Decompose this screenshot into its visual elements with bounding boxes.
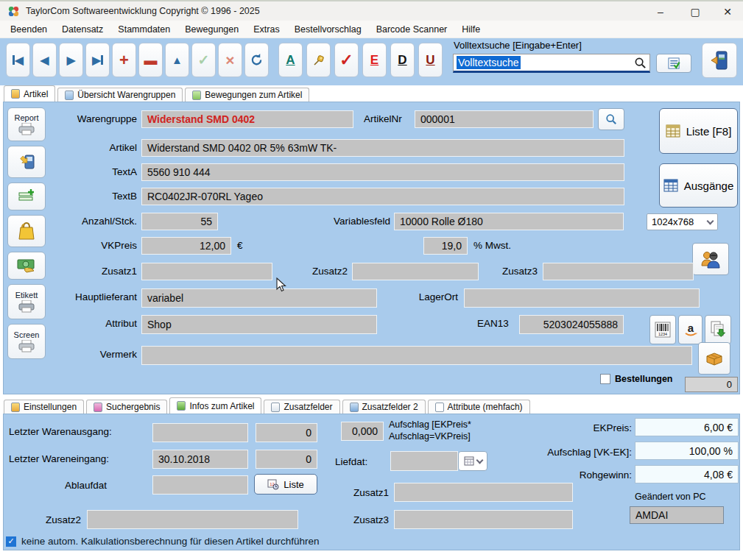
tab-suchergebnis[interactable]: Suchergebnis bbox=[86, 400, 167, 414]
minimize-button[interactable]: – bbox=[644, 3, 677, 21]
shopping-bag-icon bbox=[16, 221, 37, 241]
font-a-button[interactable]: A bbox=[278, 43, 303, 77]
app-window: TaylorCom Softwareentwicklung Copyright … bbox=[0, 0, 743, 560]
anzahl-field[interactable]: 55 bbox=[141, 213, 218, 230]
menu-beenden[interactable]: Beenden bbox=[3, 21, 54, 38]
package-button[interactable] bbox=[698, 342, 730, 375]
tab-uebersicht-warengruppen[interactable]: Übersicht Warengruppen bbox=[57, 88, 183, 102]
article-search-button[interactable] bbox=[598, 108, 624, 130]
font-e-button[interactable]: E bbox=[362, 43, 387, 77]
resolution-select[interactable]: 1024x768 bbox=[647, 213, 718, 230]
font-d-button[interactable]: D bbox=[390, 43, 415, 77]
nav-last-button[interactable]: ▶ bbox=[85, 43, 110, 77]
warenausgang-count-field[interactable]: 0 bbox=[256, 423, 317, 442]
ean13-value: 5203024055888 bbox=[543, 319, 618, 330]
menu-barcode-scanner[interactable]: Barcode Scanner bbox=[369, 21, 455, 38]
tab-attribute-mehrfach[interactable]: Attribute (mehfach) bbox=[428, 400, 530, 414]
liefdat-field[interactable] bbox=[390, 451, 458, 471]
report-button[interactable]: Report bbox=[7, 107, 46, 141]
exit-button[interactable] bbox=[702, 43, 737, 78]
warengruppe-field[interactable]: Widerstand SMD 0402 bbox=[141, 110, 353, 128]
liste-f8-button[interactable]: Liste [F8] bbox=[659, 108, 738, 154]
confirm-red-button[interactable]: ✓ bbox=[334, 43, 359, 77]
ablaufdat-liste-button[interactable]: 12 Liste bbox=[254, 474, 317, 495]
ablaufdat-field[interactable] bbox=[152, 475, 248, 495]
tab-bewegungen-zum-artikel[interactable]: Bewegungen zum Artikel bbox=[185, 88, 309, 102]
close-button[interactable]: ✕ bbox=[711, 3, 743, 21]
edit-record-button[interactable]: ▲ bbox=[165, 43, 189, 77]
maximize-button[interactable]: ▢ bbox=[679, 3, 711, 21]
screen-print-button[interactable]: Screen bbox=[7, 324, 46, 359]
menu-hilfe[interactable]: Hilfe bbox=[454, 21, 487, 38]
delete-record-button[interactable]: ▬ bbox=[138, 43, 163, 77]
refresh-icon bbox=[250, 53, 264, 67]
font-u-button[interactable]: U bbox=[418, 43, 443, 77]
fulltext-search-input[interactable]: Volltextsuche bbox=[453, 54, 650, 73]
lagerort-field[interactable] bbox=[464, 288, 700, 308]
bottom-zusatz3-field[interactable] bbox=[394, 510, 573, 529]
nav-next-button[interactable]: ▶ bbox=[59, 43, 83, 77]
nav-prev-button[interactable]: ◀ bbox=[32, 43, 57, 77]
menu-datensatz[interactable]: Datensatz bbox=[54, 21, 110, 38]
tab-zusatzfelder2-label: Zusatzfelder 2 bbox=[362, 402, 418, 412]
menu-extras[interactable]: Extras bbox=[246, 21, 286, 38]
add-list-button[interactable] bbox=[7, 182, 46, 210]
menu-stammdaten[interactable]: Stammdaten bbox=[110, 21, 177, 38]
vermerk-field[interactable] bbox=[141, 346, 692, 365]
artikelnr-field[interactable]: 000001 bbox=[415, 110, 594, 128]
ausgaenge-label: Ausgänge bbox=[684, 180, 734, 192]
bottom-zusatz2-field[interactable] bbox=[87, 510, 298, 529]
mwst-field[interactable]: 19,0 bbox=[423, 237, 468, 255]
warenausgang-date-field[interactable] bbox=[152, 423, 248, 442]
shopping-bag-button[interactable] bbox=[7, 215, 46, 247]
pin-button[interactable] bbox=[306, 43, 331, 77]
tab-einstellungen[interactable]: Einstellungen bbox=[4, 400, 84, 414]
refresh-button[interactable] bbox=[244, 43, 269, 77]
search-options-button[interactable] bbox=[656, 54, 691, 73]
search-icon bbox=[634, 57, 647, 69]
bottom-zusatz1-field[interactable] bbox=[394, 483, 573, 502]
attribut-field[interactable]: Shop bbox=[141, 315, 377, 334]
wareneingang-date: 30.10.2018 bbox=[158, 453, 210, 465]
artikel-field[interactable]: Widerstand SMD 0402 0R 5% 63mW TK- bbox=[141, 139, 624, 157]
zusatz1-field[interactable] bbox=[141, 263, 272, 280]
bestellungen-checkbox[interactable] bbox=[600, 374, 610, 384]
cancel-button[interactable]: × bbox=[218, 43, 242, 77]
hauptlieferant-field[interactable]: variabel bbox=[141, 288, 377, 308]
export-button[interactable] bbox=[7, 146, 46, 178]
tab-zusatzfelder[interactable]: Zusatzfelder bbox=[264, 400, 339, 414]
amazon-button[interactable]: a bbox=[678, 315, 702, 344]
copy-export-button[interactable] bbox=[705, 315, 731, 344]
aufschlag-faktor-field[interactable]: 0,000 bbox=[341, 422, 384, 441]
tab-artikel[interactable]: Artikel bbox=[4, 85, 55, 102]
variablesfeld-field[interactable]: 10000 Rolle Ø180 bbox=[394, 213, 624, 230]
textb-field[interactable]: RC0402JR-070RL Yageo bbox=[141, 188, 624, 205]
barcode-icon: 1234 bbox=[655, 322, 671, 338]
ekpreis-field[interactable]: 6,00 € bbox=[635, 418, 739, 436]
confirm-button[interactable]: ✓ bbox=[191, 43, 216, 77]
red-check-icon: ✓ bbox=[339, 51, 353, 70]
liefdat-picker-button[interactable] bbox=[458, 451, 487, 471]
zusatz3-field[interactable] bbox=[543, 263, 694, 280]
tab-zusatzfelder-2[interactable]: Zusatzfelder 2 bbox=[342, 400, 426, 414]
ausgaenge-button[interactable]: Ausgänge bbox=[659, 163, 738, 208]
menu-bewegungen[interactable]: Bewegungen bbox=[177, 21, 246, 38]
lagerort-label: LagerOrt bbox=[409, 291, 458, 302]
rohgewinn-field[interactable]: 4,08 € bbox=[635, 465, 739, 483]
money-button[interactable] bbox=[7, 252, 46, 280]
aufschlag-vkek-field[interactable]: 100,00 % bbox=[635, 442, 739, 460]
nav-first-button[interactable]: ◀ bbox=[6, 43, 30, 77]
zusatz2-field[interactable] bbox=[352, 263, 479, 280]
barcode-button[interactable]: 1234 bbox=[649, 315, 676, 344]
vkpreis-field[interactable]: 12,00 bbox=[141, 237, 231, 255]
wareneingang-count-field[interactable]: 0 bbox=[256, 450, 317, 469]
ean13-field[interactable]: 5203024055888 bbox=[519, 315, 624, 334]
texta-field[interactable]: 5560 910 444 bbox=[141, 163, 624, 181]
kalk-checkbox[interactable]: ✓ bbox=[6, 536, 16, 547]
tab-infos-zum-artikel[interactable]: Infos zum Artikel bbox=[169, 397, 261, 414]
customers-button[interactable] bbox=[692, 243, 729, 275]
menu-bestellvorschlag[interactable]: Bestellvorschlag bbox=[287, 21, 369, 38]
wareneingang-date-field[interactable]: 30.10.2018 bbox=[152, 450, 248, 469]
add-record-button[interactable]: + bbox=[112, 43, 136, 77]
etikett-button[interactable]: Etikett bbox=[7, 284, 46, 319]
